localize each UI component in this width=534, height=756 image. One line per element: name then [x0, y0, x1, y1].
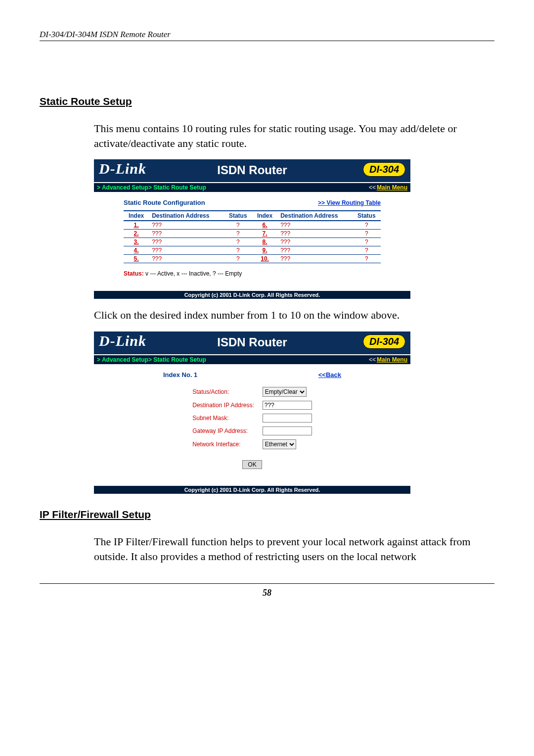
index-number-label: Index No. 1	[163, 371, 197, 378]
route-index-link[interactable]: 4.	[124, 246, 149, 255]
col-index-left: Index	[124, 211, 149, 221]
route-status: ?	[352, 230, 381, 238]
route-index-link[interactable]: 2.	[124, 230, 149, 238]
route-dest: ???	[149, 246, 223, 255]
page-bottom-rule	[40, 583, 494, 584]
route-status: ?	[224, 246, 252, 255]
router-footer: Copyright (c) 2001 D-Link Corp. All Righ…	[94, 486, 410, 494]
gateway-label: Gateway IP Address:	[192, 426, 259, 436]
static-route-heading: Static Route Setup	[40, 95, 494, 107]
route-index-link[interactable]: 6.	[252, 221, 277, 230]
route-status: ?	[352, 246, 381, 255]
breadcrumb-bar: > Advanced Setup> Static Route Setup <<M…	[94, 183, 410, 192]
table-row: 2. ??? ? 7. ??? ?	[124, 230, 381, 238]
route-index-link[interactable]: 8.	[252, 238, 277, 246]
route-status: ?	[352, 255, 381, 263]
breadcrumb-path: > Advanced Setup> Static Route Setup	[97, 356, 206, 363]
status-action-label: Status/Action:	[192, 386, 259, 397]
model-badge: DI-304	[363, 334, 405, 349]
main-menu-arrows: <<	[369, 184, 376, 191]
subnet-input[interactable]	[263, 414, 312, 423]
firewall-intro: The IP Filter/Firewall function helps to…	[40, 534, 494, 564]
back-link[interactable]: <<Back	[318, 371, 341, 378]
route-index-link[interactable]: 7.	[252, 230, 277, 238]
table-row: 3. ??? ? 8. ??? ?	[124, 238, 381, 246]
route-status: ?	[352, 221, 381, 230]
dest-ip-input[interactable]	[263, 401, 312, 410]
route-index-link[interactable]: 3.	[124, 238, 149, 246]
router-header: D-Link ISDN Router DI-304	[94, 331, 410, 355]
iface-label: Network Interface:	[192, 439, 259, 450]
status-action-select[interactable]: Empty/Clear	[263, 387, 307, 397]
route-index-link[interactable]: 1.	[124, 221, 149, 230]
model-badge: DI-304	[363, 162, 405, 177]
router-screenshot-2: D-Link ISDN Router DI-304 > Advanced Set…	[94, 331, 410, 494]
route-dest: ???	[277, 255, 352, 263]
route-status: ?	[224, 221, 252, 230]
dest-ip-label: Destination IP Address:	[192, 400, 259, 410]
table-row: 4. ??? ? 9. ??? ?	[124, 246, 381, 255]
gateway-input[interactable]	[263, 426, 312, 435]
status-legend: Status: v --- Active, x --- Inactive, ? …	[124, 270, 381, 277]
col-status-right: Status	[352, 211, 381, 221]
route-status: ?	[352, 238, 381, 246]
breadcrumb-bar: > Advanced Setup> Static Route Setup <<M…	[94, 355, 410, 364]
route-dest: ???	[149, 238, 223, 246]
table-row: 5. ??? ? 10. ??? ?	[124, 255, 381, 263]
route-dest: ???	[149, 255, 223, 263]
main-menu-arrows: <<	[369, 356, 376, 363]
static-route-intro: This menu contains 10 routing rules for …	[40, 121, 494, 150]
router-screenshot-1: D-Link ISDN Router DI-304 > Advanced Set…	[94, 159, 410, 299]
running-head: DI-304/DI-304M ISDN Remote Router	[40, 30, 494, 41]
route-detail-form: Status/Action: Empty/Clear Destination I…	[189, 383, 315, 453]
static-route-table: Index Destination Address Status Index D…	[124, 210, 381, 263]
route-dest: ???	[149, 230, 223, 238]
route-dest: ???	[277, 238, 352, 246]
route-dest: ???	[277, 221, 352, 230]
route-index-link[interactable]: 5.	[124, 255, 149, 263]
route-status: ?	[224, 230, 252, 238]
static-route-config-title: Static Route Configuration	[124, 199, 205, 206]
route-index-link[interactable]: 10.	[252, 255, 277, 263]
col-index-right: Index	[252, 211, 277, 221]
route-dest: ???	[277, 246, 352, 255]
table-row: 1. ??? ? 6. ??? ?	[124, 221, 381, 230]
after-fig1-text: Click on the desired index number from 1…	[40, 308, 494, 323]
ok-button[interactable]	[242, 460, 262, 469]
subnet-label: Subnet Mask:	[192, 413, 259, 423]
route-dest: ???	[277, 230, 352, 238]
route-status: ?	[224, 255, 252, 263]
col-status-left: Status	[224, 211, 252, 221]
firewall-heading: IP Filter/Firewall Setup	[40, 509, 494, 520]
col-dest-left: Destination Address	[149, 211, 223, 221]
router-header: D-Link ISDN Router DI-304	[94, 159, 410, 183]
route-status: ?	[224, 238, 252, 246]
main-menu-link[interactable]: Main Menu	[377, 356, 407, 363]
iface-select[interactable]: Ethernet	[263, 439, 296, 449]
main-menu-link[interactable]: Main Menu	[377, 184, 407, 191]
route-dest: ???	[149, 221, 223, 230]
router-footer: Copyright (c) 2001 D-Link Corp. All Righ…	[94, 291, 410, 299]
view-routing-table-link[interactable]: >> View Routing Table	[318, 199, 381, 206]
breadcrumb-path: > Advanced Setup> Static Route Setup	[97, 184, 206, 191]
route-index-link[interactable]: 9.	[252, 246, 277, 255]
page-number: 58	[40, 588, 494, 598]
col-dest-right: Destination Address	[277, 211, 352, 221]
